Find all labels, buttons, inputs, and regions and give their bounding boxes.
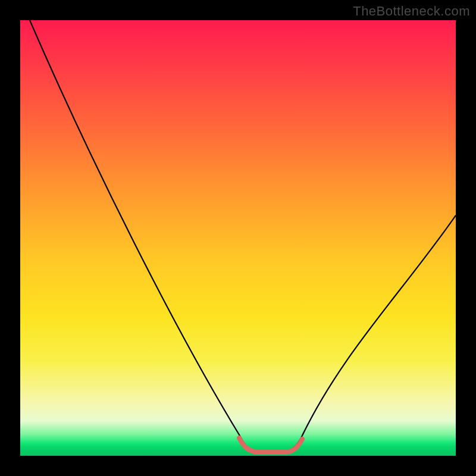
valley-highlight <box>239 438 302 452</box>
watermark-text: TheBottleneck.com <box>353 4 470 19</box>
curve-layer <box>20 20 456 456</box>
plot-area <box>20 20 456 456</box>
bottleneck-curve <box>30 20 456 451</box>
chart-frame: TheBottleneck.com <box>0 0 476 476</box>
